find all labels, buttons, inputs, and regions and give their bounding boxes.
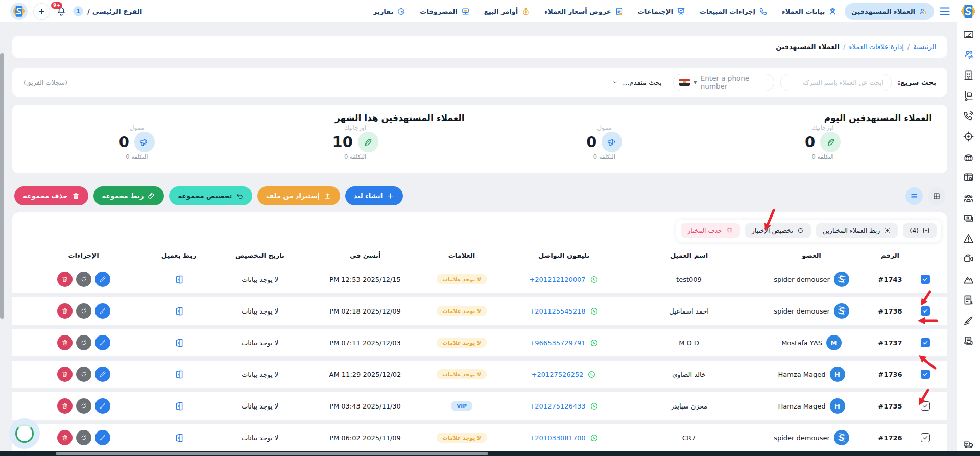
hamburger-menu-icon[interactable]: [938, 5, 951, 18]
mountain-icon[interactable]: [963, 274, 974, 285]
phone-search-input[interactable]: ▼ Enter a phone number: [673, 74, 774, 91]
notifications-bell-icon[interactable]: +9: [56, 6, 67, 17]
delete-button[interactable]: [57, 335, 73, 350]
receipt-icon[interactable]: [963, 335, 974, 347]
contact-phone[interactable]: +966535729791: [503, 339, 625, 347]
edit-button[interactable]: [95, 398, 110, 414]
truck-icon[interactable]: [963, 439, 974, 450]
money-icon[interactable]: [963, 212, 974, 224]
import-file-button[interactable]: إستيراد من ملف: [257, 186, 340, 205]
refresh-button[interactable]: [76, 272, 91, 287]
video-icon[interactable]: [963, 253, 974, 265]
phone-number[interactable]: +201125545218: [529, 307, 585, 315]
delete-button[interactable]: [57, 430, 73, 445]
contact-phone[interactable]: +20127526252: [503, 370, 625, 379]
edit-button[interactable]: [95, 272, 110, 287]
assign-selected-pill[interactable]: تخصيص الإختيار: [745, 223, 811, 238]
whatsapp-icon[interactable]: [590, 434, 599, 442]
people-icon[interactable]: [963, 192, 974, 204]
window-star-icon[interactable]: [963, 172, 974, 183]
door-icon[interactable]: [174, 401, 184, 412]
nav-item[interactable]: المصروفات: [413, 3, 476, 20]
phone-number[interactable]: +966535729791: [529, 339, 585, 347]
whatsapp-icon[interactable]: [590, 275, 599, 284]
refresh-button[interactable]: [76, 303, 91, 319]
edit-button[interactable]: [95, 367, 110, 382]
delete-group-button[interactable]: حذف مجموعة: [14, 186, 88, 205]
row-checkbox[interactable]: [921, 306, 930, 316]
landline-icon[interactable]: [963, 151, 974, 163]
horizontal-scrollbar[interactable]: [0, 451, 980, 456]
contact-phone[interactable]: +201275126433: [503, 402, 625, 411]
whatsapp-icon[interactable]: [590, 402, 599, 411]
breadcrumb-crm-link[interactable]: إدارة علاقات العملاء: [849, 43, 904, 51]
nav-item[interactable]: الإجتماعات: [631, 3, 692, 20]
delete-button[interactable]: [57, 367, 73, 382]
row-checkbox[interactable]: [921, 433, 930, 442]
horizontal-scrollbar-thumb[interactable]: [56, 452, 488, 455]
phone-wave-icon[interactable]: [963, 110, 974, 122]
refresh-button[interactable]: [76, 430, 91, 445]
edit-button[interactable]: [95, 335, 110, 350]
nav-item[interactable]: بيانات العملاء: [775, 3, 844, 20]
row-checkbox[interactable]: [921, 370, 930, 379]
edit-button[interactable]: [95, 430, 110, 445]
delete-selected-pill[interactable]: حذف المختار: [681, 223, 739, 238]
door-icon[interactable]: [174, 338, 184, 348]
nav-item[interactable]: عروض أسعار العملاء: [538, 3, 630, 20]
nav-item[interactable]: تقارير: [367, 3, 413, 20]
phone-number[interactable]: +201275126433: [529, 402, 585, 410]
advanced-search-toggle[interactable]: بحث متقدم...: [612, 78, 661, 86]
contact-phone[interactable]: +201033081700: [503, 434, 625, 442]
link-selected-pill[interactable]: ربط العملاء المختارين: [816, 223, 898, 238]
door-icon[interactable]: [174, 306, 184, 317]
whatsapp-icon[interactable]: [590, 307, 599, 316]
row-checkbox[interactable]: [921, 401, 930, 411]
door-icon[interactable]: [174, 433, 184, 443]
phone-number[interactable]: +201033081700: [529, 434, 585, 442]
nav-item[interactable]: العملاء المستهدفين: [845, 3, 934, 20]
refresh-button[interactable]: [76, 398, 91, 414]
trolley-icon[interactable]: [963, 90, 974, 102]
egypt-flag-icon[interactable]: [679, 79, 690, 86]
phone-number[interactable]: +20127526252: [532, 371, 584, 378]
contact-phone[interactable]: +201125545218: [503, 307, 625, 316]
warning-icon[interactable]: [963, 233, 974, 245]
delete-button[interactable]: [57, 272, 73, 287]
vertical-scrollbar-thumb[interactable]: [0, 53, 4, 319]
vertical-scrollbar[interactable]: [0, 22, 4, 451]
grid-view-toggle[interactable]: [928, 187, 945, 205]
whatsapp-icon[interactable]: [587, 370, 596, 379]
invoice-icon[interactable]: [963, 294, 974, 306]
nav-item[interactable]: إجراءات المبيعات: [693, 3, 774, 20]
link-group-button[interactable]: ربط مجموعة: [93, 186, 164, 205]
refresh-button[interactable]: [76, 367, 91, 382]
door-icon[interactable]: [174, 369, 184, 380]
quick-add-button[interactable]: [34, 4, 50, 19]
user-avatar[interactable]: [10, 3, 28, 20]
door-icon[interactable]: [174, 274, 184, 285]
row-checkbox[interactable]: [921, 338, 930, 347]
users-sync-icon[interactable]: [963, 49, 974, 61]
edit-button[interactable]: [95, 303, 110, 319]
building-icon[interactable]: [963, 69, 974, 81]
list-view-toggle[interactable]: [905, 187, 923, 205]
pen-icon[interactable]: [963, 315, 974, 326]
whatsapp-icon[interactable]: [590, 339, 599, 347]
delete-button[interactable]: [57, 398, 73, 414]
row-checkbox[interactable]: [921, 275, 930, 284]
create-lead-button[interactable]: انشاء ليد: [345, 186, 403, 205]
contact-phone[interactable]: +201212120007: [503, 275, 625, 284]
brand-logo-icon[interactable]: [960, 3, 977, 20]
assign-group-button[interactable]: تخصيص مجموعه: [169, 186, 252, 205]
branch-selector[interactable]: الفرع الرئيسي / 1: [73, 6, 142, 16]
delete-button[interactable]: [57, 303, 73, 319]
phone-number[interactable]: +201212120007: [529, 276, 585, 283]
breadcrumb-home-link[interactable]: الرئيسية: [913, 43, 936, 51]
target-icon[interactable]: [963, 131, 974, 142]
selected-count-pill[interactable]: (4): [903, 223, 937, 238]
nav-item[interactable]: أوامر البيع: [477, 3, 537, 20]
company-search-input[interactable]: [780, 74, 892, 91]
refresh-button[interactable]: [76, 335, 91, 350]
gauge-icon[interactable]: [963, 29, 974, 40]
